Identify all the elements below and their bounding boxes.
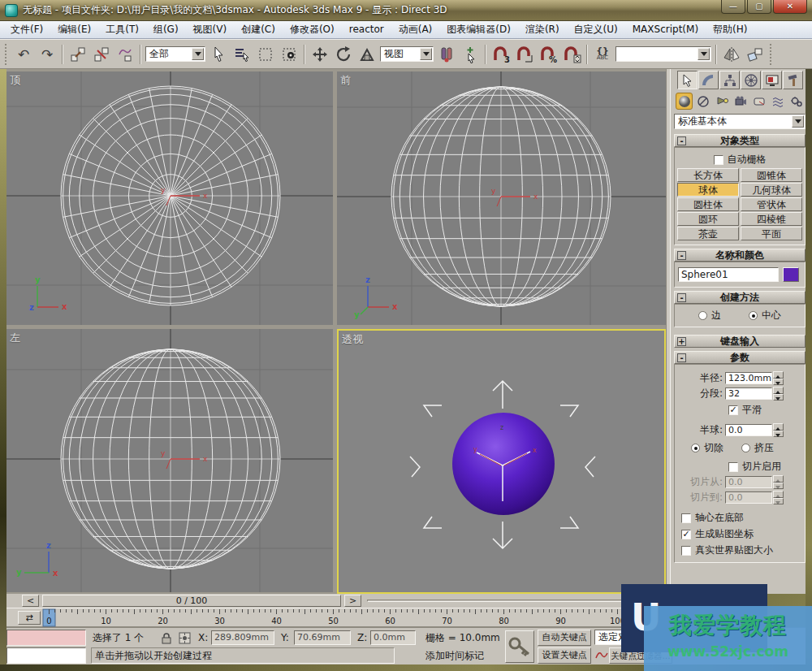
named-selection-sets-icon[interactable]: {} ABC	[592, 44, 613, 65]
chop-radio[interactable]	[691, 444, 700, 452]
reference-coordinate-dropdown[interactable]: 视图	[380, 46, 434, 62]
rollout-toggle[interactable]: -	[677, 293, 686, 302]
angle-snap-icon[interactable]	[514, 44, 535, 65]
menu-file[interactable]: 文件(F)	[3, 21, 50, 38]
menu-create[interactable]: 创建(C)	[234, 21, 283, 38]
slice-to-spinner[interactable]	[773, 491, 784, 504]
button-geosphere[interactable]: 几何球体	[741, 183, 802, 197]
radius-input[interactable]: 123.0mm	[725, 372, 772, 384]
viewport-front[interactable]: xyzxy 前	[337, 71, 666, 325]
time-slider[interactable]: 0 / 100	[42, 595, 341, 607]
subcategory-dropdown[interactable]: 标准基本体	[674, 114, 806, 129]
segments-input[interactable]: 32	[725, 387, 772, 400]
transform-typein-icon[interactable]	[179, 632, 191, 647]
add-time-tag[interactable]: 添加时间标记	[425, 647, 484, 664]
menu-tools[interactable]: 工具(T)	[98, 21, 146, 38]
titlebar[interactable]: 无标题 - 项目文件夹: D:\用户目录\我的文档\3dsmax - Autod…	[0, 0, 812, 21]
z-coordinate-field[interactable]: 0.0mm	[370, 630, 416, 645]
hemisphere-input[interactable]: 0.0	[725, 424, 772, 436]
menu-maxscript[interactable]: MAXScript(M)	[625, 21, 706, 38]
previous-frame-button[interactable]: <	[22, 595, 39, 607]
autogrid-checkbox[interactable]	[714, 155, 723, 165]
menu-reactor[interactable]: reactor	[342, 21, 391, 38]
x-coordinate-field[interactable]: 289.809mm	[211, 630, 274, 645]
squash-radio[interactable]	[741, 444, 750, 452]
selection-filter-dropdown[interactable]: 全部	[145, 46, 205, 62]
maxscript-mini-listener-pink[interactable]	[6, 630, 86, 646]
tab-modify[interactable]	[698, 71, 719, 89]
window-crossing-icon[interactable]	[279, 44, 300, 65]
track-bar[interactable]: ⇄ 0102030405060708090100	[0, 608, 666, 627]
button-plane[interactable]: 平面	[741, 227, 802, 240]
percent-snap-icon[interactable]: %	[538, 44, 559, 65]
key-curve-icon[interactable]	[595, 649, 608, 663]
mirror-icon[interactable]	[721, 44, 742, 65]
generate-mapping-checkbox[interactable]	[681, 530, 691, 539]
spinner-snap-icon[interactable]	[561, 44, 582, 65]
menu-graph-editors[interactable]: 图表编辑器(D)	[439, 21, 518, 38]
category-shapes[interactable]	[694, 93, 711, 110]
category-lights[interactable]	[713, 93, 730, 110]
rollout-name-color[interactable]: - 名称和颜色	[674, 249, 806, 262]
center-radio[interactable]	[749, 311, 758, 320]
dropdown-arrow-icon[interactable]	[420, 48, 432, 60]
object-name-input[interactable]: Sphere01	[678, 267, 779, 282]
maxscript-mini-listener-white[interactable]	[6, 647, 86, 664]
next-frame-button[interactable]: >	[344, 595, 361, 607]
category-cameras[interactable]	[732, 93, 749, 110]
button-pyramid[interactable]: 四棱锥	[741, 212, 802, 226]
viewport-persp-label[interactable]: 透视	[342, 332, 363, 347]
dropdown-arrow-icon[interactable]	[192, 48, 204, 60]
select-link-icon[interactable]	[67, 44, 89, 65]
unlink-icon[interactable]	[91, 44, 112, 65]
select-move-icon[interactable]	[309, 44, 330, 65]
button-cone[interactable]: 圆锥体	[741, 168, 802, 182]
viewport-left[interactable]: xyzyx 左	[6, 329, 333, 592]
select-manipulate-icon[interactable]	[460, 44, 481, 65]
category-spacewarps[interactable]	[769, 93, 786, 110]
toolbar-handle[interactable]	[5, 44, 9, 65]
viewport-perspective-active[interactable]: yxz 透视	[337, 329, 666, 594]
rollout-toggle[interactable]: -	[677, 136, 686, 145]
smooth-checkbox[interactable]	[728, 405, 738, 415]
hemisphere-spinner[interactable]	[773, 423, 784, 437]
menu-customize[interactable]: 自定义(U)	[567, 21, 625, 38]
select-scale-icon[interactable]	[356, 44, 378, 65]
undo-icon[interactable]: ↶	[13, 44, 34, 65]
align-icon[interactable]	[745, 44, 766, 65]
bind-spacewarp-icon[interactable]	[114, 44, 136, 65]
rollout-keyboard-entry[interactable]: + 键盘输入	[674, 335, 806, 348]
menu-edit[interactable]: 编辑(E)	[50, 21, 98, 38]
select-object-icon[interactable]	[208, 44, 229, 65]
maximize-button[interactable]: ▢	[747, 0, 771, 14]
slice-to-input[interactable]: 0.0	[725, 491, 772, 504]
menu-rendering[interactable]: 渲染(R)	[518, 21, 567, 38]
button-torus[interactable]: 圆环	[677, 212, 739, 226]
base-to-pivot-checkbox[interactable]	[681, 513, 691, 523]
category-geometry[interactable]	[676, 93, 693, 110]
mini-curve-editor-icon[interactable]: ⇄	[18, 611, 41, 625]
dropdown-arrow-icon[interactable]	[698, 48, 710, 60]
rollout-creation-method[interactable]: - 创建方法	[674, 291, 806, 304]
menu-group[interactable]: 组(G)	[146, 21, 186, 38]
redo-icon[interactable]: ↷	[37, 44, 58, 65]
object-color-swatch[interactable]	[783, 267, 799, 282]
radius-spinner[interactable]	[773, 371, 784, 385]
set-key-button[interactable]: 设置关键点	[538, 647, 591, 664]
real-world-map-checkbox[interactable]	[681, 546, 691, 556]
slice-from-spinner[interactable]	[773, 475, 784, 489]
menu-animation[interactable]: 动画(A)	[391, 21, 440, 38]
frame-ruler[interactable]: 0102030405060708090100	[42, 608, 664, 628]
tab-hierarchy[interactable]	[719, 71, 740, 89]
category-systems[interactable]	[788, 93, 805, 110]
segments-spinner[interactable]	[773, 387, 784, 400]
select-rotate-icon[interactable]	[333, 44, 354, 65]
toolbar-handle[interactable]	[770, 44, 774, 65]
dropdown-arrow-icon[interactable]	[792, 115, 804, 128]
rollout-toggle[interactable]: +	[677, 337, 686, 346]
tab-display[interactable]	[762, 71, 782, 89]
rollout-object-type[interactable]: - 对象类型	[674, 134, 806, 147]
close-button[interactable]: ✕	[773, 0, 807, 14]
button-box[interactable]: 长方体	[677, 168, 739, 182]
named-selection-dropdown[interactable]	[615, 46, 711, 62]
